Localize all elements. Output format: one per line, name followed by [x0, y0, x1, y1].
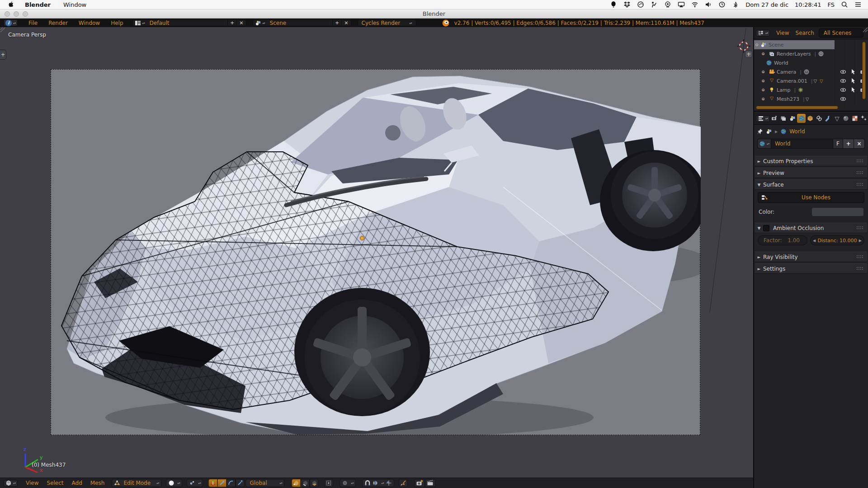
rotate-manipulator-button[interactable] — [226, 479, 236, 487]
tab-texture[interactable] — [851, 114, 859, 123]
mesh-data-badge-icon[interactable]: ▽ — [806, 97, 809, 102]
time-machine-status-icon[interactable] — [718, 1, 726, 8]
menu-file[interactable]: File — [28, 20, 38, 26]
outliner-tab-search[interactable]: Search — [796, 30, 814, 36]
tablet-status-icon[interactable] — [651, 1, 658, 8]
airplay-status-icon[interactable] — [678, 1, 685, 8]
datablock-name-field[interactable]: World — [771, 139, 833, 149]
expand-icon[interactable]: ⊕ — [760, 70, 766, 74]
vp-menu-select[interactable]: Select — [47, 480, 64, 486]
occlude-geometry-button[interactable] — [324, 479, 333, 487]
properties-region-expand-button[interactable]: + — [745, 51, 752, 58]
selectable-toggle-cursor-icon[interactable] — [850, 69, 856, 75]
proportional-edit-selector[interactable]: ▴▾ — [340, 479, 356, 487]
ao-factor-slider[interactable]: Factor: 1.00 — [758, 235, 807, 245]
opengl-render-image-button[interactable] — [414, 479, 425, 487]
selectable-toggle-cursor-icon[interactable] — [850, 87, 856, 93]
expand-icon[interactable]: ⊕ — [760, 88, 766, 92]
mesh-data-badge-icon[interactable]: ▽ — [813, 79, 817, 84]
snap-target-icon[interactable] — [386, 480, 392, 486]
tab-render-layers[interactable] — [779, 114, 788, 123]
outliner-row-renderlayers[interactable]: ⊕ RenderLayers | — [754, 49, 868, 58]
editor-type-selector[interactable]: i▴▾ — [4, 19, 18, 26]
outliner-row-mesh273[interactable]: ⊕ ▽ Mesh273 | ▽ — [754, 94, 868, 103]
vp-menu-mesh[interactable]: Mesh — [90, 480, 105, 486]
viewport-canvas[interactable]: Camera Persp + + z y x (0) Mesh437 — [0, 27, 753, 478]
ambient-occlusion-checkbox[interactable] — [763, 225, 769, 231]
panel-grip[interactable] — [856, 267, 863, 271]
outliner-vertical-scrollbar[interactable] — [862, 42, 866, 99]
properties-editor-type-selector[interactable]: ▴▾ — [756, 115, 770, 122]
tab-world[interactable] — [797, 114, 806, 123]
expand-icon[interactable]: ⊕ — [760, 79, 766, 83]
toolshelf-expand-tab[interactable]: + — [0, 50, 6, 60]
panel-surface[interactable]: ▼ Surface — [755, 179, 867, 190]
outliner-row-lamp[interactable]: ⊕ Lamp | — [754, 85, 868, 94]
pivot-point-selector[interactable]: ▴▾ — [187, 479, 203, 487]
ao-distance-field[interactable]: ◀ Distanc: 10.000 ▶ — [810, 235, 864, 245]
tab-modifiers[interactable] — [824, 114, 832, 123]
menubar-app-name[interactable]: Blender — [25, 1, 51, 8]
bluetooth-status-icon[interactable] — [732, 1, 739, 8]
tab-render[interactable] — [770, 114, 779, 123]
scene-selector[interactable]: ▴▾ Scene + × — [253, 19, 351, 26]
outliner-row-scene[interactable]: ⊖ Scene — [754, 40, 868, 49]
snap-element-icon[interactable] — [372, 480, 378, 486]
material-badge-icon[interactable]: ▽ — [820, 79, 823, 84]
unlink-world-button[interactable]: × — [854, 139, 865, 149]
menu-help[interactable]: Help — [111, 20, 123, 26]
camera-data-badge-icon[interactable] — [803, 69, 810, 75]
edge-select-button[interactable] — [301, 479, 310, 487]
renderlayer-badge-icon[interactable] — [818, 51, 824, 57]
panel-grip[interactable] — [856, 159, 863, 163]
outliner-display-mode[interactable]: All Scenes — [819, 28, 864, 38]
vertex-select-button[interactable] — [292, 479, 301, 487]
editor-corner-widget[interactable] — [0, 27, 5, 33]
panel-preview[interactable]: ► Preview — [755, 168, 867, 178]
selectable-toggle-cursor-icon[interactable] — [850, 78, 856, 84]
balloon-status-icon[interactable] — [610, 1, 617, 8]
outliner-row-camera[interactable]: ⊕ Camera | — [754, 67, 868, 76]
manipulator-toggle-button[interactable] — [208, 479, 217, 487]
panel-ray-visibility[interactable]: ► Ray Visibility — [755, 252, 867, 262]
notification-center-icon[interactable] — [854, 1, 862, 8]
scale-manipulator-button[interactable] — [236, 479, 245, 487]
hide-toggle-eye-icon[interactable] — [840, 78, 846, 84]
panel-ambient-occlusion[interactable]: ▼ Ambient Occlusion — [755, 223, 867, 233]
viewport-editor-type-selector[interactable]: ▴▾ — [4, 480, 18, 487]
delete-layout-button[interactable]: × — [236, 20, 245, 26]
panel-grip[interactable] — [856, 183, 863, 187]
face-select-button[interactable] — [310, 479, 319, 487]
add-world-button[interactable]: + — [843, 139, 854, 149]
snap-magnet-icon[interactable] — [364, 480, 371, 486]
transform-orientation-selector[interactable]: Global ▴▾ — [245, 479, 284, 487]
panel-custom-properties[interactable]: ► Custom Properties — [755, 156, 867, 166]
outliner-row-world[interactable]: World — [754, 58, 868, 67]
world-color-swatch[interactable] — [811, 207, 864, 216]
opengl-render-anim-button[interactable] — [425, 479, 436, 487]
screen-layout-selector[interactable]: ▴▾ Default + × — [132, 19, 246, 26]
hide-toggle-eye-icon[interactable] — [840, 69, 846, 75]
vp-menu-add[interactable]: Add — [72, 480, 82, 486]
hide-toggle-eye-icon[interactable] — [840, 96, 846, 102]
panel-settings[interactable]: ► Settings — [755, 263, 867, 274]
panel-grip[interactable] — [856, 255, 863, 259]
apple-menu-icon[interactable] — [8, 1, 15, 8]
camera-status-icon[interactable] — [664, 1, 671, 8]
datablock-browse-button[interactable]: ▴▾ — [757, 139, 771, 149]
translate-manipulator-button[interactable] — [217, 479, 226, 487]
menubar-item-window[interactable]: Window — [63, 1, 86, 8]
volume-status-icon[interactable] — [705, 1, 712, 8]
snap-peel-button[interactable] — [399, 479, 408, 487]
dropbox-status-icon[interactable] — [623, 1, 631, 8]
input-source-indicator[interactable]: FS — [827, 1, 835, 8]
menubar-clock[interactable]: 10:28:41 — [795, 1, 821, 8]
expand-icon[interactable]: ⊕ — [760, 52, 766, 56]
tab-object[interactable] — [806, 114, 815, 123]
outliner-row-camera-001[interactable]: ⊕ ▽ Camera.001 | ▽ ▽ — [754, 76, 868, 85]
outliner-tab-view[interactable]: View — [776, 30, 789, 36]
fake-user-button[interactable]: F — [833, 139, 843, 149]
pin-icon[interactable] — [757, 128, 763, 135]
wifi-status-icon[interactable] — [691, 1, 698, 8]
menubar-date[interactable]: Dom 27 de dic — [745, 1, 788, 8]
